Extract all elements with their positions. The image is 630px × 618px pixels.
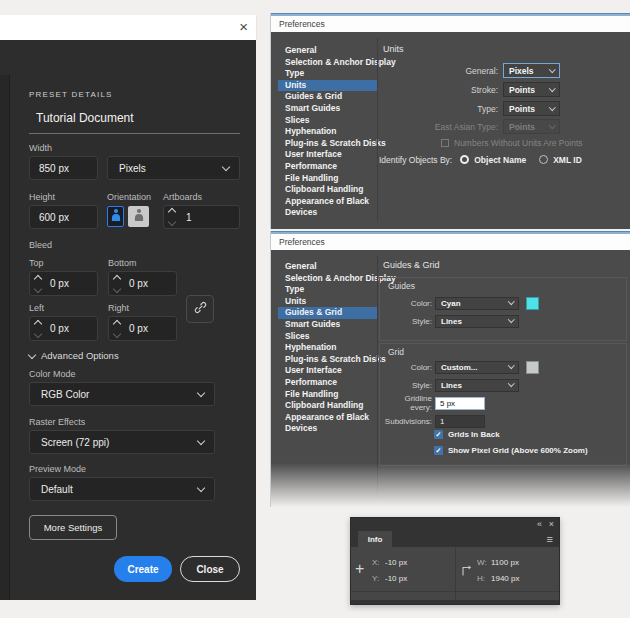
advanced-options-toggle[interactable]: Advanced Options: [29, 350, 119, 361]
more-settings-button[interactable]: More Settings: [29, 515, 117, 540]
sidebar-item[interactable]: Slices: [278, 331, 378, 343]
guides-style-dropdown[interactable]: Lines: [435, 315, 519, 328]
east-asian-type-dropdown: Points: [503, 119, 560, 134]
identify-objects-label: Identify Objects By:: [379, 155, 452, 165]
raster-effects-dropdown[interactable]: Screen (72 ppi): [29, 430, 215, 454]
sidebar-item[interactable]: User Interface: [278, 149, 378, 161]
close-icon[interactable]: ×: [549, 519, 554, 529]
dimensions-corner-icon: [460, 563, 473, 581]
bleed-left-input[interactable]: 0 px: [29, 316, 98, 341]
info-divider: [455, 547, 456, 602]
units-dropdown[interactable]: Pixels: [107, 156, 240, 180]
sidebar-item[interactable]: Clipboard Handling: [278, 184, 378, 196]
sidebar-item[interactable]: User Interface: [278, 365, 378, 377]
guides-color-dropdown[interactable]: Cyan: [435, 297, 519, 310]
sidebar-item[interactable]: Type: [278, 284, 378, 296]
type-units-dropdown[interactable]: Points: [503, 101, 560, 116]
sidebar-item[interactable]: Guides & Grid: [278, 307, 378, 319]
sidebar-item[interactable]: File Handling: [278, 173, 378, 185]
panel-menu-icon[interactable]: ≡: [547, 533, 553, 545]
units-value: Pixels: [119, 163, 146, 174]
stepper-arrows[interactable]: [109, 321, 125, 337]
bleed-bottom-label: Bottom: [108, 258, 137, 268]
sidebar-item[interactable]: Performance: [278, 161, 378, 173]
sidebar-item-label: General: [285, 261, 317, 271]
sidebar-item[interactable]: Smart Guides: [278, 103, 378, 115]
grid-style-dropdown[interactable]: Lines: [435, 379, 519, 392]
general-units-dropdown[interactable]: Pixels: [503, 63, 560, 78]
bottom-fade: [271, 463, 630, 507]
grid-color-dropdown[interactable]: Custom...: [435, 361, 519, 374]
artboards-stepper[interactable]: 1: [163, 205, 240, 229]
document-name-input[interactable]: Tutorial Document: [36, 111, 134, 125]
grids-in-back-checkbox[interactable]: ✓: [434, 430, 443, 439]
sidebar-item[interactable]: Plug-ins & Scratch Disks: [278, 354, 378, 366]
xml-id-radio[interactable]: [539, 155, 548, 164]
sidebar-item-label: General: [285, 45, 317, 55]
object-name-label[interactable]: Object Name: [474, 155, 526, 165]
close-icon[interactable]: ×: [239, 18, 248, 35]
tab-info[interactable]: Info: [358, 531, 392, 547]
sidebar-item[interactable]: File Handling: [278, 389, 378, 401]
screenshot-root: × PRESET DETAILS Tutorial Document Width…: [0, 0, 630, 618]
xml-id-label[interactable]: XML ID: [553, 155, 582, 165]
dialog-titlebar[interactable]: Preferences: [271, 16, 630, 32]
sidebar-item[interactable]: Appearance of Black: [278, 412, 378, 424]
sidebar-item[interactable]: Units: [278, 80, 378, 92]
stepper-arrows[interactable]: [109, 276, 125, 292]
guides-color-swatch[interactable]: [526, 297, 539, 310]
orientation-landscape-button[interactable]: [128, 206, 149, 227]
preferences-dialog-units: Preferences GeneralSelection & Anchor Di…: [270, 13, 630, 229]
sidebar-item[interactable]: General: [278, 261, 378, 273]
w-value: 1100 px: [491, 558, 519, 567]
sidebar-item[interactable]: Clipboard Handling: [278, 400, 378, 412]
color-mode-dropdown[interactable]: RGB Color: [29, 382, 215, 406]
sidebar-item[interactable]: Selection & Anchor Display: [278, 273, 378, 285]
sidebar-item-label: Guides & Grid: [285, 91, 342, 101]
bleed-top-label: Top: [29, 258, 44, 268]
create-button[interactable]: Create: [114, 556, 172, 582]
collapse-panel-icon[interactable]: «: [537, 519, 542, 529]
orientation-portrait-button[interactable]: [107, 206, 124, 227]
bleed-top-input[interactable]: 0 px: [29, 271, 98, 296]
bleed-bottom-input[interactable]: 0 px: [108, 271, 177, 296]
grid-color-swatch[interactable]: [526, 361, 539, 374]
close-button[interactable]: Close: [180, 556, 240, 582]
object-name-radio[interactable]: [460, 155, 469, 164]
height-input[interactable]: 600 px: [29, 205, 98, 229]
sidebar-item[interactable]: Selection & Anchor Display: [278, 57, 378, 69]
stroke-units-dropdown[interactable]: Points: [503, 82, 560, 97]
link-bleed-values-button[interactable]: [186, 295, 214, 323]
sidebar-item[interactable]: General: [278, 45, 378, 57]
width-input[interactable]: 850 px: [29, 156, 98, 180]
bleed-right-input[interactable]: 0 px: [108, 316, 177, 341]
sidebar-item[interactable]: Hyphenation: [278, 126, 378, 138]
sidebar-item[interactable]: Slices: [278, 115, 378, 127]
stepper-arrows[interactable]: [30, 321, 46, 337]
bleed-right-label: Right: [108, 303, 129, 313]
guides-color-value: Cyan: [441, 299, 461, 308]
show-pixel-grid-checkbox[interactable]: ✓: [434, 446, 443, 455]
h-value: 1940 px: [491, 574, 519, 583]
sidebar-item[interactable]: Appearance of Black: [278, 196, 378, 208]
sidebar-item[interactable]: Plug-ins & Scratch Disks: [278, 138, 378, 150]
gridline-every-input[interactable]: 5 px: [435, 397, 485, 410]
dialog-titlebar[interactable]: Preferences: [271, 234, 630, 250]
stepper-arrows[interactable]: [30, 276, 46, 292]
stepper-arrows[interactable]: [164, 209, 180, 225]
sidebar-item[interactable]: Type: [278, 68, 378, 80]
sidebar-item[interactable]: Units: [278, 296, 378, 308]
subdivisions-input[interactable]: 1: [435, 415, 485, 428]
sidebar-item[interactable]: Devices: [278, 423, 378, 435]
chain-link-icon: [194, 300, 207, 318]
sidebar-item-label: Selection & Anchor Display: [285, 57, 396, 67]
stroke-units-label: Stroke:: [383, 85, 503, 95]
sidebar-item[interactable]: Hyphenation: [278, 342, 378, 354]
sidebar-item[interactable]: Smart Guides: [278, 319, 378, 331]
sidebar-item[interactable]: Performance: [278, 377, 378, 389]
sidebar-item[interactable]: Guides & Grid: [278, 91, 378, 103]
preview-mode-dropdown[interactable]: Default: [29, 477, 215, 501]
sidebar-item-label: Plug-ins & Scratch Disks: [285, 138, 386, 148]
east-asian-type-label: East Asian Type:: [383, 122, 503, 132]
sidebar-item[interactable]: Devices: [278, 207, 378, 219]
